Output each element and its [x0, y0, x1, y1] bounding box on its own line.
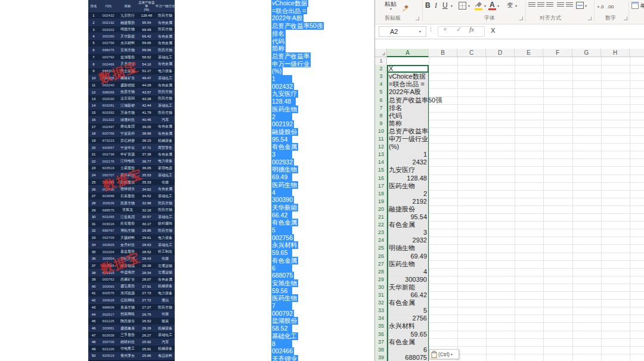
decrease-indent-icon[interactable]: [557, 2, 564, 8]
bold-button[interactable]: B: [425, 1, 431, 10]
cell-a24[interactable]: 2932: [387, 236, 427, 244]
cell-styles-icon[interactable]: [631, 2, 639, 9]
row-header-4[interactable]: 4: [375, 80, 387, 88]
increase-decimal-button[interactable]: +.0: [597, 4, 603, 10]
cell-a35[interactable]: 永兴材料: [389, 322, 415, 330]
cell-a33[interactable]: 5: [387, 307, 427, 315]
column-header-d[interactable]: D: [486, 49, 515, 57]
merge-center-icon[interactable]: [576, 2, 584, 9]
row-header-28[interactable]: 28: [375, 268, 387, 276]
row-header-37[interactable]: 37: [375, 338, 387, 346]
cell-a20[interactable]: 融捷股份: [389, 206, 415, 213]
formula-content[interactable]: X: [491, 27, 495, 34]
row-header-36[interactable]: 36: [375, 331, 387, 338]
row-header-26[interactable]: 26: [375, 253, 387, 260]
cancel-button[interactable]: ×: [443, 26, 447, 33]
font-color-dropdown-icon[interactable]: ▾: [497, 4, 499, 8]
row-header-20[interactable]: 20: [375, 206, 387, 213]
row-header-22[interactable]: 22: [375, 221, 387, 229]
cell-a29[interactable]: 300390: [387, 276, 427, 284]
align-bottom-icon[interactable]: [546, 2, 553, 8]
row-header-39[interactable]: 39: [375, 354, 387, 361]
cell-a31[interactable]: 66.42: [387, 291, 427, 299]
increase-indent-icon[interactable]: [566, 2, 573, 8]
row-header-23[interactable]: 23: [375, 229, 387, 236]
enter-button[interactable]: ✓: [456, 26, 462, 33]
column-header-partial[interactable]: [630, 49, 644, 57]
select-all-button[interactable]: [375, 49, 387, 57]
column-header-c[interactable]: C: [457, 49, 486, 57]
column-header-e[interactable]: E: [515, 49, 543, 57]
cell-a38[interactable]: 6: [387, 346, 427, 354]
italic-button[interactable]: I: [435, 1, 437, 10]
row-header-8[interactable]: 8: [375, 112, 387, 120]
cell-a19[interactable]: 2192: [387, 198, 427, 206]
cell-a16[interactable]: 128.48: [387, 175, 427, 182]
cell-a26[interactable]: 69.49: [387, 253, 427, 260]
cell-a9[interactable]: 简称: [389, 120, 402, 127]
cell-a12[interactable]: (%): [389, 143, 399, 151]
borders-dropdown-icon[interactable]: ▾: [468, 4, 470, 8]
row-header-21[interactable]: 21: [375, 213, 387, 221]
row-header-24[interactable]: 24: [375, 236, 387, 244]
borders-icon[interactable]: [459, 2, 466, 10]
row-header-25[interactable]: 25: [375, 244, 387, 252]
formula-bar-resize-handle[interactable]: ⁞: [430, 26, 432, 33]
row-header-16[interactable]: 16: [375, 175, 387, 182]
paste-options-button[interactable]: (Ctrl) ▾: [429, 349, 459, 359]
cell-a22[interactable]: 有色金属: [389, 221, 415, 229]
cell-a7[interactable]: 排名: [389, 104, 402, 112]
row-header-34[interactable]: 34: [375, 315, 387, 322]
column-header-b[interactable]: B: [429, 49, 457, 57]
cell-a10[interactable]: 总资产收益率: [389, 127, 428, 135]
row-header-9[interactable]: 9: [375, 120, 387, 127]
row-header-11[interactable]: 11: [375, 135, 387, 143]
font-color-button[interactable]: A: [490, 1, 495, 9]
decrease-decimal-button[interactable]: .00: [607, 4, 614, 10]
cell-a15[interactable]: 九安医疗: [389, 166, 415, 174]
cell-a39[interactable]: 688075: [387, 354, 427, 361]
row-header-2[interactable]: 2: [375, 65, 387, 73]
number-dialog-launcher[interactable]: [624, 17, 627, 20]
row-header-14[interactable]: 14: [375, 158, 387, 166]
cell-a8[interactable]: 代码: [389, 112, 402, 120]
row-header-12[interactable]: 12: [375, 143, 387, 151]
clipboard-dialog-launcher[interactable]: [416, 17, 419, 20]
row-header-35[interactable]: 35: [375, 322, 387, 330]
cell-a21[interactable]: 95.54: [387, 213, 427, 221]
insert-function-button[interactable]: fx: [469, 26, 474, 33]
underline-button[interactable]: U: [442, 1, 448, 10]
row-header-32[interactable]: 32: [375, 299, 387, 307]
font-dialog-launcher[interactable]: [519, 17, 523, 20]
cell-a30[interactable]: 天华新能: [389, 284, 415, 291]
fill-dropdown-icon[interactable]: ▾: [484, 4, 486, 8]
row-header-1[interactable]: 1: [375, 57, 387, 65]
cell-a2[interactable]: X: [389, 65, 393, 73]
align-middle-icon[interactable]: [537, 2, 544, 8]
row-header-18[interactable]: 18: [375, 190, 387, 198]
align-dialog-launcher[interactable]: [588, 17, 592, 20]
phonetic-guide-button[interactable]: 变: [507, 1, 513, 10]
row-header-3[interactable]: 3: [375, 73, 387, 80]
row-header-30[interactable]: 30: [375, 284, 387, 291]
column-header-a[interactable]: A: [387, 49, 429, 57]
name-box-dropdown-icon[interactable]: ▾: [419, 29, 421, 33]
cell-a28[interactable]: 4: [387, 268, 427, 276]
selected-text-block[interactable]: vChoice数据=联合出品 =2022年A股总资产收益率50强排名代码简称总资…: [271, 0, 373, 361]
underline-dropdown-icon[interactable]: ▾: [451, 4, 453, 8]
column-header-f[interactable]: F: [543, 49, 572, 57]
column-header-g[interactable]: G: [572, 49, 601, 57]
column-header-h[interactable]: H: [601, 49, 630, 57]
row-header-15[interactable]: 15: [375, 166, 387, 174]
cell-a3[interactable]: vChoice数据: [389, 73, 426, 80]
cell-a4[interactable]: =联合出品 =: [389, 80, 425, 88]
cell-a5[interactable]: 2022年A股: [389, 88, 421, 96]
cell-a36[interactable]: 59.65: [387, 331, 427, 338]
row-header-17[interactable]: 17: [375, 182, 387, 190]
cell-a13[interactable]: 1: [387, 151, 427, 158]
cell-a34[interactable]: 2756: [387, 315, 427, 322]
row-header-31[interactable]: 31: [375, 291, 387, 299]
cell-a37[interactable]: 有色金属: [389, 338, 415, 346]
row-header-19[interactable]: 19: [375, 198, 387, 206]
cell-a18[interactable]: 2: [387, 190, 427, 198]
